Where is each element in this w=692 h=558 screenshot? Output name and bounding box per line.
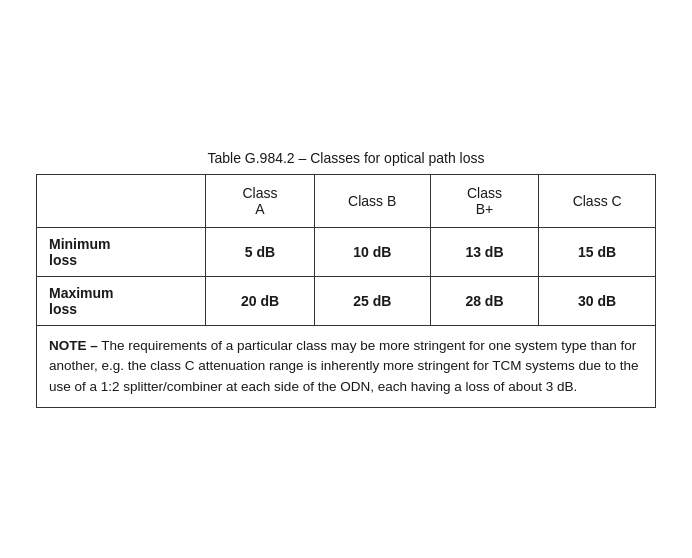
min-loss-class-a: 5 dB bbox=[206, 228, 315, 277]
table-row: Maximumloss 20 dB 25 dB 28 dB 30 dB bbox=[37, 277, 656, 326]
max-loss-class-b: 25 dB bbox=[314, 277, 430, 326]
max-loss-class-bplus: 28 dB bbox=[430, 277, 539, 326]
header-empty bbox=[37, 175, 206, 228]
min-loss-class-b: 10 dB bbox=[314, 228, 430, 277]
max-loss-class-a: 20 dB bbox=[206, 277, 315, 326]
min-loss-class-c: 15 dB bbox=[539, 228, 656, 277]
note-row: NOTE – The requirements of a particular … bbox=[37, 326, 656, 408]
table-row: Minimumloss 5 dB 10 dB 13 dB 15 dB bbox=[37, 228, 656, 277]
maximum-loss-label: Maximumloss bbox=[37, 277, 206, 326]
note-content: NOTE – The requirements of a particular … bbox=[49, 338, 639, 394]
page-container: Table G.984.2 – Classes for optical path… bbox=[36, 150, 656, 408]
minimum-loss-label: Minimumloss bbox=[37, 228, 206, 277]
header-class-b: Class B bbox=[314, 175, 430, 228]
header-class-bplus: ClassB+ bbox=[430, 175, 539, 228]
min-loss-class-bplus: 13 dB bbox=[430, 228, 539, 277]
table-title: Table G.984.2 – Classes for optical path… bbox=[36, 150, 656, 166]
note-cell: NOTE – The requirements of a particular … bbox=[37, 326, 656, 408]
note-text: The requirements of a particular class m… bbox=[49, 338, 639, 394]
max-loss-class-c: 30 dB bbox=[539, 277, 656, 326]
header-class-c: Class C bbox=[539, 175, 656, 228]
table-header-row: ClassA Class B ClassB+ Class C bbox=[37, 175, 656, 228]
header-class-a: ClassA bbox=[206, 175, 315, 228]
note-bold: NOTE – bbox=[49, 338, 98, 353]
optical-path-loss-table: ClassA Class B ClassB+ Class C Minimumlo… bbox=[36, 174, 656, 408]
